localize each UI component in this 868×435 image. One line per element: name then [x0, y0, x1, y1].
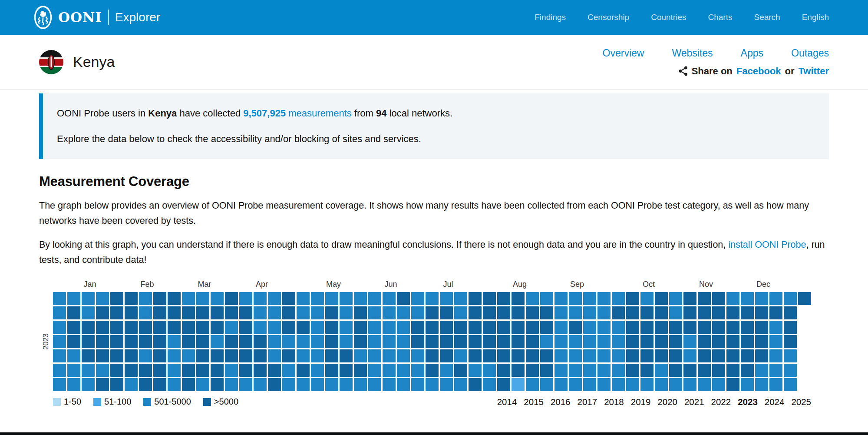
heatmap-cell	[454, 306, 467, 319]
heatmap-cell	[526, 306, 539, 319]
heatmap-cell	[297, 292, 310, 305]
heatmap-cell	[512, 378, 525, 391]
tab-overview[interactable]: Overview	[603, 47, 644, 59]
heatmap-cell	[569, 321, 582, 334]
heatmap-cell	[168, 335, 181, 348]
heatmap-cell	[454, 364, 467, 377]
heatmap-cell	[569, 364, 582, 377]
heatmap-cell	[540, 349, 553, 362]
heatmap-cell	[597, 306, 611, 319]
heatmap-cell	[96, 335, 109, 348]
heatmap-cell	[110, 349, 123, 362]
heatmap-cell	[354, 292, 367, 305]
year-item-2024[interactable]: 2024	[765, 397, 785, 407]
heatmap-cell	[282, 378, 295, 391]
heatmap-cell	[454, 321, 467, 334]
share-twitter-link[interactable]: Twitter	[799, 66, 829, 77]
heatmap-cell	[340, 378, 353, 391]
nav-item-countries[interactable]: Countries	[651, 13, 686, 22]
heatmap-cell	[383, 321, 396, 334]
heatmap-cell	[82, 378, 95, 391]
nav-item-search[interactable]: Search	[754, 13, 780, 22]
install-ooni-probe-link[interactable]: install OONI Probe	[728, 239, 806, 250]
heatmap-cell	[640, 335, 653, 348]
heatmap-cell	[67, 364, 80, 377]
heatmap-cell	[53, 306, 66, 319]
tab-apps[interactable]: Apps	[741, 47, 763, 59]
measurement-count-link[interactable]: 9,507,925	[243, 108, 286, 119]
heatmap-cell	[726, 364, 739, 377]
heatmap-cell	[669, 321, 682, 334]
heatmap-cell	[268, 306, 281, 319]
heatmap-cell	[153, 364, 166, 377]
nav-item-english[interactable]: English	[802, 13, 829, 22]
heatmap-cell	[239, 364, 252, 377]
heatmap-cell	[53, 321, 66, 334]
heatmap-cell	[325, 378, 338, 391]
heatmap-cell	[354, 321, 367, 334]
heatmap-cell	[239, 306, 252, 319]
heatmap-cell	[383, 349, 396, 362]
heatmap-cell	[626, 306, 639, 319]
brand[interactable]: OONI Explorer	[34, 6, 160, 29]
year-item-2017[interactable]: 2017	[578, 397, 597, 407]
heatmap-cell	[225, 378, 238, 391]
heatmap-cell	[612, 321, 625, 334]
heatmap-cell	[82, 292, 95, 305]
year-item-2025[interactable]: 2025	[791, 397, 811, 407]
heatmap-cell	[512, 321, 525, 334]
nav-item-censorship[interactable]: Censorship	[587, 13, 629, 22]
heatmap-cell	[411, 335, 424, 348]
heatmap-cell	[755, 321, 768, 334]
nav-item-findings[interactable]: Findings	[535, 13, 566, 22]
legend-label: 51-100	[104, 397, 131, 407]
heatmap-cell	[741, 364, 754, 377]
month-label-aug: Aug	[513, 280, 527, 289]
heatmap-cell	[297, 349, 310, 362]
year-item-2015[interactable]: 2015	[524, 397, 544, 407]
year-item-2019[interactable]: 2019	[631, 397, 651, 407]
heatmap-cell	[110, 378, 123, 391]
year-item-2018[interactable]: 2018	[604, 397, 624, 407]
heatmap-cell	[698, 321, 711, 334]
year-item-2020[interactable]: 2020	[657, 397, 677, 407]
heatmap-cell	[239, 378, 252, 391]
month-label-jul: Jul	[443, 280, 453, 289]
heatmap-cell	[254, 349, 267, 362]
heatmap-cell	[182, 306, 195, 319]
year-item-2021[interactable]: 2021	[684, 397, 704, 407]
year-item-2023[interactable]: 2023	[738, 397, 758, 407]
year-item-2016[interactable]: 2016	[551, 397, 571, 407]
heatmap-cell	[655, 321, 668, 334]
heatmap-cell	[469, 364, 482, 377]
heatmap-cell	[554, 378, 568, 391]
heatmap-cell	[597, 292, 611, 305]
heatmap-cell	[784, 335, 797, 348]
heatmap-cell	[153, 335, 166, 348]
heatmap-cell	[640, 306, 653, 319]
heatmap-cell	[741, 321, 754, 334]
heatmap-cell	[368, 321, 381, 334]
heatmap-cell	[469, 378, 482, 391]
coverage-paragraph-1: The graph below provides an overview of …	[39, 198, 829, 229]
heatmap-cell	[741, 378, 754, 391]
network-count: 94	[376, 108, 386, 119]
heatmap-cell	[297, 306, 310, 319]
heatmap-cell	[426, 378, 439, 391]
heatmap-cell	[612, 306, 625, 319]
nav-item-charts[interactable]: Charts	[708, 13, 733, 22]
heatmap-cell	[82, 321, 95, 334]
heatmap-cell	[540, 321, 553, 334]
heatmap-cell	[139, 335, 152, 348]
tab-websites[interactable]: Websites	[672, 47, 713, 59]
heatmap-cell	[583, 335, 596, 348]
tab-outages[interactable]: Outages	[791, 47, 829, 59]
measurements-link[interactable]: measurements	[286, 108, 352, 119]
heatmap-cell	[669, 335, 682, 348]
year-item-2022[interactable]: 2022	[711, 397, 731, 407]
heatmap-cell	[683, 292, 696, 305]
heatmap-cell	[368, 364, 381, 377]
share-facebook-link[interactable]: Facebook	[736, 66, 781, 77]
heatmap-cell	[110, 364, 123, 377]
year-item-2014[interactable]: 2014	[497, 397, 517, 407]
